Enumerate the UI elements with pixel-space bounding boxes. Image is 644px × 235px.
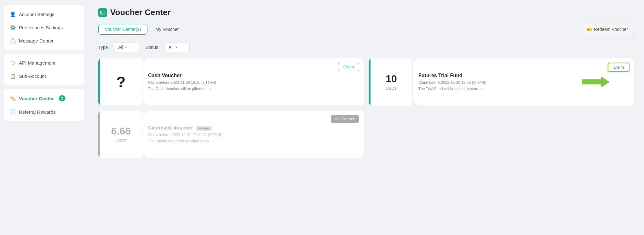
sidebar-item-message-center[interactable]: 📩Message Center	[4, 34, 84, 47]
all-claimed-badge-voucher-3: All Claimed	[331, 115, 359, 123]
sidebar-item-api-management[interactable]: ⬡API Management	[4, 56, 84, 69]
api-icon: ⬡	[10, 60, 16, 66]
status-filter-select[interactable]: All ▾	[164, 43, 190, 52]
claim-button-voucher-2[interactable]: Claim	[608, 63, 630, 72]
green-arrow-indicator	[582, 76, 610, 88]
svg-marker-2	[582, 76, 610, 88]
voucher-card-voucher-3: 6.66USDTCashback VoucherFuturesClaim bef…	[98, 111, 364, 158]
voucher-title-voucher-2: Futures Trial Fund	[418, 73, 463, 78]
voucher-card-voucher-2: 10USDTFutures Trial FundClaim before:202…	[369, 58, 634, 106]
sidebar-item-account-settings[interactable]: 👤Account Settings	[4, 8, 84, 21]
voucher-left-voucher-1: ?	[98, 58, 142, 106]
voucher-desc-voucher-1: The Cash Voucher will be gifted to... ›	[148, 87, 358, 91]
main-content: Voucher Center Voucher Center(2)My Vouch…	[88, 0, 644, 235]
voucher-left-voucher-2: 10USDT	[369, 58, 413, 106]
svg-rect-0	[101, 11, 105, 14]
redeem-icon: 🎫	[587, 27, 592, 32]
sidebar-item-label-sub-account: Sub-Account	[19, 73, 46, 79]
message-icon: 📩	[10, 38, 16, 43]
sidebar-item-referral-rewards[interactable]: 📄Referral Rewards	[4, 105, 84, 118]
sidebar-item-label-preferences-settings: Preferences Settings	[19, 25, 63, 30]
voucher-tag-voucher-3: Futures	[196, 126, 212, 131]
referral-icon: 📄	[10, 109, 16, 115]
type-chevron-icon: ▾	[125, 45, 127, 49]
voucher-right-voucher-1: Cash VoucherClaim before:2022-11-26 18:2…	[142, 58, 364, 106]
voucher-amount-voucher-1: ?	[116, 73, 125, 91]
voucher-unit-voucher-2: USDT	[386, 86, 397, 91]
my-voucher-tab[interactable]: My Voucher	[149, 24, 185, 35]
tabs-row: Voucher Center(2)My Voucher 🎫 Redeem Vou…	[98, 24, 634, 35]
type-filter-select[interactable]: All ▾	[114, 43, 139, 52]
status-filter-value: All	[169, 45, 174, 50]
voucher-right-voucher-3: Cashback VoucherFuturesClaim before: 202…	[142, 111, 364, 158]
sidebar-item-voucher-center[interactable]: 🏷️Voucher Center2	[4, 91, 84, 105]
voucher-amount-voucher-2: 10	[386, 73, 397, 85]
tabs-container: Voucher Center(2)My Voucher	[98, 24, 185, 35]
voucher-meta-voucher-3: Claim before: 2022-12-01 17:00:51 (UTC+8…	[148, 133, 358, 137]
sidebar-item-label-referral-rewards: Referral Rewards	[19, 109, 56, 115]
sidebar: 👤Account Settings⚙️Preferences Settings📩…	[0, 0, 88, 235]
sidebar-item-preferences-settings[interactable]: ⚙️Preferences Settings	[4, 21, 84, 34]
redeem-btn-label: Redeem Voucher	[594, 27, 628, 32]
sidebar-item-label-account-settings: Account Settings	[19, 12, 55, 17]
page-title-container: Voucher Center	[98, 8, 634, 17]
claim-button-voucher-1[interactable]: Claim	[338, 63, 359, 71]
person-icon: 👤	[10, 11, 16, 17]
sidebar-item-sub-account[interactable]: 📋Sub-Account	[4, 69, 84, 83]
status-chevron-icon: ▾	[175, 45, 177, 49]
sub-icon: 📋	[10, 73, 16, 79]
page-title-text: Voucher Center	[110, 8, 171, 17]
voucher-center-tab[interactable]: Voucher Center(2)	[98, 24, 147, 35]
voucher-right-voucher-2: Futures Trial FundClaim before:2022-11-3…	[413, 58, 634, 106]
type-filter-value: All	[118, 45, 123, 50]
sidebar-item-label-api-management: API Management	[19, 60, 55, 66]
sidebar-item-label-voucher-center: Voucher Center	[19, 96, 54, 101]
redeem-voucher-button[interactable]: 🎫 Redeem Voucher	[581, 24, 634, 35]
voucher-amount-voucher-3: 6.66	[111, 125, 131, 137]
filter-row: Type All ▾ Status All ▾	[98, 43, 634, 52]
voucher-title-voucher-1: Cash Voucher	[148, 73, 181, 78]
voucher-left-voucher-3: 6.66USDT	[98, 111, 142, 158]
voucher-unit-voucher-3: USDT	[115, 138, 126, 143]
status-filter-label: Status	[146, 45, 158, 50]
type-filter-label: Type	[98, 45, 108, 50]
voucher-desc-voucher-3: The trading fee of the qualified order..…	[148, 139, 358, 143]
voucher-meta-voucher-1: Claim before:2022-11-26 18:20 (UTC+8)	[148, 80, 358, 85]
voucher-grid: ?Cash VoucherClaim before:2022-11-26 18:…	[98, 58, 634, 158]
voucher-title-voucher-3: Cashback Voucher	[148, 125, 193, 130]
voucher-card-voucher-1: ?Cash VoucherClaim before:2022-11-26 18:…	[98, 58, 364, 106]
sliders-icon: ⚙️	[10, 25, 16, 30]
voucher-center-icon	[98, 8, 107, 17]
voucher-icon: 🏷️	[10, 95, 16, 101]
badge-voucher-center: 2	[59, 95, 65, 101]
sidebar-item-label-message-center: Message Center	[19, 38, 54, 43]
